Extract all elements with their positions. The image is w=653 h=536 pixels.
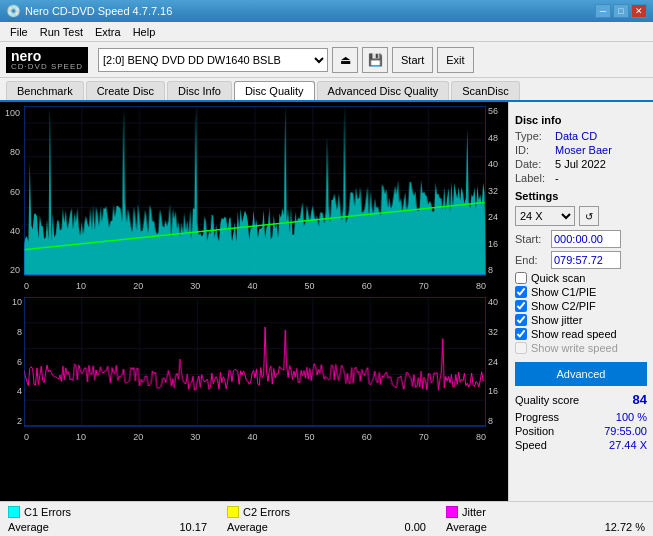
advanced-button[interactable]: Advanced	[515, 362, 647, 386]
quality-score-row: Quality score 84	[515, 392, 647, 407]
title-bar: 💿 Nero CD-DVD Speed 4.7.7.16 ─ □ ✕	[0, 0, 653, 22]
quick-scan-label: Quick scan	[531, 272, 585, 284]
app-icon: 💿	[6, 4, 21, 18]
speed-result-value: 27.44 X	[609, 439, 647, 451]
refresh-icon[interactable]: ↺	[579, 206, 599, 226]
tab-benchmark[interactable]: Benchmark	[6, 81, 84, 100]
disc-id-row: ID: Moser Baer	[515, 144, 647, 156]
date-value: 5 Jul 2022	[555, 158, 606, 170]
jitter-avg-value: 12.72 %	[605, 521, 645, 533]
menu-extra[interactable]: Extra	[89, 24, 127, 40]
menu-file[interactable]: File	[4, 24, 34, 40]
end-time-label: End:	[515, 254, 547, 266]
position-value: 79:55.00	[604, 425, 647, 437]
close-button[interactable]: ✕	[631, 4, 647, 18]
maximize-button[interactable]: □	[613, 4, 629, 18]
tabs: Benchmark Create Disc Disc Info Disc Qua…	[0, 78, 653, 102]
speed-result-label: Speed	[515, 439, 547, 451]
jitter-legend-label: Jitter	[462, 506, 486, 518]
tab-scandisc[interactable]: ScanDisc	[451, 81, 519, 100]
c1-errors-legend: C1 Errors Average 10.17 Maximum 93 Total…	[8, 506, 207, 536]
id-label: ID:	[515, 144, 553, 156]
type-value: Data CD	[555, 130, 597, 142]
start-time-input[interactable]: 000:00.00	[551, 230, 621, 248]
position-label: Position	[515, 425, 554, 437]
c1-legend-label: C1 Errors	[24, 506, 71, 518]
speed-result-row: Speed 27.44 X	[515, 439, 647, 451]
jitter-checkbox[interactable]	[515, 314, 527, 326]
disc-info-title: Disc info	[515, 114, 647, 126]
menu-help[interactable]: Help	[127, 24, 162, 40]
write-speed-label: Show write speed	[531, 342, 618, 354]
menu-run-test[interactable]: Run Test	[34, 24, 89, 40]
jitter-legend: Jitter Average 12.72 % Maximum 20.4 %	[446, 506, 645, 536]
main-content: 10080604020 5648403224168 01020304050607…	[0, 102, 653, 501]
bottom-chart-y-right: 403224168	[488, 297, 506, 426]
jitter-row: Show jitter	[515, 314, 647, 326]
speed-row: 24 X Maximum 4 X 8 X 16 X 32 X 48 X ↺	[515, 206, 647, 226]
c1pie-checkbox[interactable]	[515, 286, 527, 298]
tab-create-disc[interactable]: Create Disc	[86, 81, 165, 100]
start-button[interactable]: Start	[392, 47, 433, 73]
jitter-label: Show jitter	[531, 314, 582, 326]
c1pie-label: Show C1/PIE	[531, 286, 596, 298]
toolbar: nero CD·DVD SPEED [2:0] BENQ DVD DD DW16…	[0, 42, 653, 78]
disc-type-row: Type: Data CD	[515, 130, 647, 142]
title-bar-text: Nero CD-DVD Speed 4.7.7.16	[25, 5, 172, 17]
disc-label-label: Label:	[515, 172, 553, 184]
minimize-button[interactable]: ─	[595, 4, 611, 18]
progress-row: Progress 100 %	[515, 411, 647, 423]
jitter-avg-label: Average	[446, 521, 487, 533]
c2pif-label: Show C2/PIF	[531, 300, 596, 312]
exit-button[interactable]: Exit	[437, 47, 473, 73]
end-time-row: End:	[515, 251, 647, 269]
jitter-legend-color	[446, 506, 458, 518]
read-speed-checkbox[interactable]	[515, 328, 527, 340]
bottom-chart-x: 01020304050607080	[24, 432, 486, 442]
progress-label: Progress	[515, 411, 559, 423]
progress-value: 100 %	[616, 411, 647, 423]
drive-select[interactable]: [2:0] BENQ DVD DD DW1640 BSLB	[98, 48, 328, 72]
settings-title: Settings	[515, 190, 647, 202]
bottom-chart-y-left: 108642	[2, 297, 22, 426]
speed-select[interactable]: 24 X Maximum 4 X 8 X 16 X 32 X 48 X	[515, 206, 575, 226]
c2-legend-color	[227, 506, 239, 518]
legend-area: C1 Errors Average 10.17 Maximum 93 Total…	[0, 501, 653, 536]
charts-section: 10080604020 5648403224168 01020304050607…	[0, 102, 508, 501]
quality-score-value: 84	[633, 392, 647, 407]
right-panel: Disc info Type: Data CD ID: Moser Baer D…	[508, 102, 653, 501]
top-chart-y-left: 10080604020	[2, 106, 22, 275]
start-time-row: Start: 000:00.00	[515, 230, 647, 248]
c2-errors-legend: C2 Errors Average 0.00 Maximum 0 Total 0	[227, 506, 426, 536]
c2-avg-label: Average	[227, 521, 268, 533]
position-row: Position 79:55.00	[515, 425, 647, 437]
type-label: Type:	[515, 130, 553, 142]
tab-disc-info[interactable]: Disc Info	[167, 81, 232, 100]
c1-avg-value: 10.17	[179, 521, 207, 533]
quick-scan-checkbox[interactable]	[515, 272, 527, 284]
c2pif-checkbox[interactable]	[515, 300, 527, 312]
c1-legend-color	[8, 506, 20, 518]
c2-legend-label: C2 Errors	[243, 506, 290, 518]
eject-button[interactable]: ⏏	[332, 47, 358, 73]
date-label: Date:	[515, 158, 553, 170]
read-speed-row: Show read speed	[515, 328, 647, 340]
c2-avg-value: 0.00	[405, 521, 426, 533]
quality-score-label: Quality score	[515, 394, 579, 406]
start-time-label: Start:	[515, 233, 547, 245]
c1-avg-label: Average	[8, 521, 49, 533]
write-speed-row: Show write speed	[515, 342, 647, 354]
read-speed-label: Show read speed	[531, 328, 617, 340]
tab-disc-quality[interactable]: Disc Quality	[234, 81, 315, 100]
c2pif-row: Show C2/PIF	[515, 300, 647, 312]
save-button[interactable]: 💾	[362, 47, 388, 73]
end-time-input[interactable]	[551, 251, 621, 269]
write-speed-checkbox	[515, 342, 527, 354]
c1pie-row: Show C1/PIE	[515, 286, 647, 298]
tab-advanced-disc-quality[interactable]: Advanced Disc Quality	[317, 81, 450, 100]
disc-label-value: -	[555, 172, 559, 184]
quick-scan-row: Quick scan	[515, 272, 647, 284]
id-value: Moser Baer	[555, 144, 612, 156]
menu-bar: File Run Test Extra Help	[0, 22, 653, 42]
disc-label-row: Label: -	[515, 172, 647, 184]
